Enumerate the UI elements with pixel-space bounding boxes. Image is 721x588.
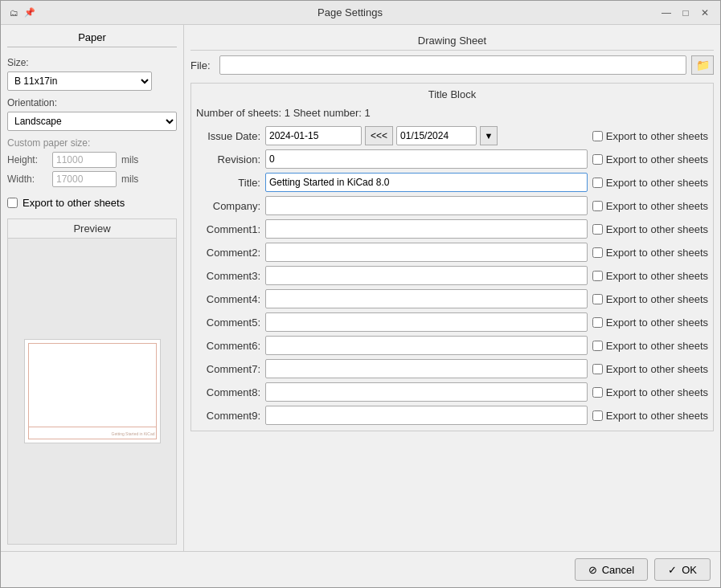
comment7-export-label: Export to other sheets — [592, 363, 708, 375]
comment6-label: Comment6: — [196, 340, 260, 352]
issue-date-input[interactable] — [265, 126, 362, 145]
file-label: File: — [190, 59, 215, 71]
window-controls: — □ ✕ — [658, 4, 714, 22]
sheet-info-row: Number of sheets: 1 Sheet number: 1 — [196, 107, 708, 119]
comment7-label: Comment7: — [196, 363, 260, 375]
revision-export-label: Export to other sheets — [592, 153, 708, 165]
title-block-section: Title Block Number of sheets: 1 Sheet nu… — [190, 83, 714, 431]
left-export-checkbox[interactable] — [7, 198, 18, 208]
preview-text: Getting Started in KiCad — [112, 431, 155, 436]
comment3-label: Comment3: — [196, 270, 260, 282]
comment6-export-checkbox[interactable] — [592, 341, 603, 351]
issue-date-formatted-input[interactable] — [396, 126, 477, 145]
issue-date-row: Issue Date: <<< ▼ Export to other sheets — [196, 125, 708, 146]
title-export-checkbox[interactable] — [592, 178, 603, 188]
preview-inner-border — [28, 343, 157, 439]
comment2-export-label: Export to other sheets — [592, 247, 708, 259]
ok-button[interactable]: ✓ OK — [654, 558, 711, 581]
preview-paper: Getting Started in KiCad — [24, 339, 161, 443]
comment5-export-checkbox[interactable] — [592, 317, 603, 328]
comment6-row: Comment6: Export to other sheets — [196, 335, 708, 356]
company-label: Company: — [196, 200, 260, 212]
revision-row: Revision: Export to other sheets — [196, 149, 708, 169]
comment8-export-checkbox[interactable] — [592, 387, 603, 398]
title-block-inner: Issue Date: <<< ▼ Export to other sheets — [196, 125, 708, 426]
comment2-label: Comment2: — [196, 247, 260, 259]
comment1-label: Comment1: — [196, 223, 260, 235]
comment8-input[interactable] — [265, 382, 588, 402]
comment7-input[interactable] — [265, 359, 588, 378]
cancel-label: Cancel — [602, 564, 634, 576]
comment3-row: Comment3: Export to other sheets — [196, 265, 708, 286]
ok-label: OK — [682, 564, 697, 576]
company-row: Company: Export to other sheets — [196, 195, 708, 216]
size-group: Size: B 11x17in A4 A3 Letter — [7, 57, 177, 91]
comment9-export-checkbox[interactable] — [592, 410, 603, 421]
comment7-export-checkbox[interactable] — [592, 364, 603, 374]
minimize-button[interactable]: — — [658, 4, 675, 22]
comment3-export-checkbox[interactable] — [592, 271, 603, 281]
comment4-export-text: Export to other sheets — [606, 293, 708, 305]
comment4-row: Comment4: Export to other sheets — [196, 288, 708, 309]
size-label: Size: — [7, 57, 177, 68]
title-bar-app-icons: 🗂 📌 — [7, 6, 36, 19]
file-input[interactable] — [219, 55, 686, 75]
app-icon-2: 📌 — [23, 6, 36, 19]
size-select[interactable]: B 11x17in A4 A3 Letter — [7, 71, 152, 91]
drawing-sheet-title: Drawing Sheet — [190, 31, 714, 51]
comment7-row: Comment7: Export to other sheets — [196, 358, 708, 379]
comment6-input[interactable] — [265, 336, 588, 355]
date-inputs: <<< ▼ — [265, 126, 588, 145]
orientation-group: Orientation: Landscape Portrait — [7, 97, 177, 131]
comment3-export-text: Export to other sheets — [606, 270, 708, 282]
width-row: Width: mils — [7, 171, 177, 187]
comment3-export-label: Export to other sheets — [592, 270, 708, 282]
comment2-export-checkbox[interactable] — [592, 247, 603, 258]
height-input[interactable] — [52, 152, 117, 168]
comment2-input[interactable] — [265, 243, 588, 262]
width-label: Width: — [7, 174, 47, 185]
comment2-row: Comment2: Export to other sheets — [196, 242, 708, 263]
date-arrow-button[interactable]: <<< — [365, 126, 393, 145]
comment1-input[interactable] — [265, 219, 588, 239]
company-export-label: Export to other sheets — [592, 200, 708, 212]
issue-date-export-checkbox[interactable] — [592, 131, 603, 141]
title-export-label: Export to other sheets — [592, 177, 708, 189]
comment4-export-checkbox[interactable] — [592, 294, 603, 304]
revision-export-checkbox[interactable] — [592, 154, 603, 165]
comment3-input[interactable] — [265, 266, 588, 285]
footer: ⊘ Cancel ✓ OK — [1, 551, 720, 587]
comment1-export-checkbox[interactable] — [592, 224, 603, 235]
comment5-input[interactable] — [265, 312, 588, 332]
revision-export-text: Export to other sheets — [606, 153, 708, 165]
title-export-text: Export to other sheets — [606, 177, 708, 189]
title-label: Title: — [196, 177, 260, 189]
comment9-input[interactable] — [265, 406, 588, 425]
company-input[interactable] — [265, 196, 588, 215]
close-button[interactable]: ✕ — [696, 4, 714, 22]
title-input[interactable] — [265, 173, 588, 192]
ok-icon: ✓ — [668, 564, 677, 576]
paper-section-title: Paper — [7, 31, 177, 47]
comment4-input[interactable] — [265, 289, 588, 308]
orientation-select[interactable]: Landscape Portrait — [7, 112, 177, 131]
issue-date-export-label: Export to other sheets — [592, 130, 708, 142]
comment5-export-text: Export to other sheets — [606, 316, 708, 329]
browse-button[interactable]: 📁 — [691, 55, 714, 75]
left-export-label: Export to other sheets — [23, 197, 125, 209]
cancel-icon: ⊘ — [588, 564, 597, 576]
title-block-header: Title Block — [196, 88, 708, 100]
comment8-label: Comment8: — [196, 386, 260, 398]
width-input[interactable] — [52, 171, 117, 187]
left-export-row: Export to other sheets — [7, 197, 177, 209]
comment8-export-label: Export to other sheets — [592, 386, 708, 398]
revision-input[interactable] — [265, 149, 588, 169]
restore-button[interactable]: □ — [677, 4, 694, 22]
cancel-button[interactable]: ⊘ Cancel — [575, 558, 648, 581]
comment6-export-text: Export to other sheets — [606, 340, 708, 352]
company-export-checkbox[interactable] — [592, 201, 603, 211]
comment9-row: Comment9: Export to other sheets — [196, 405, 708, 426]
date-dropdown-button[interactable]: ▼ — [480, 126, 498, 145]
company-export-text: Export to other sheets — [606, 200, 708, 212]
comment2-export-text: Export to other sheets — [606, 247, 708, 259]
